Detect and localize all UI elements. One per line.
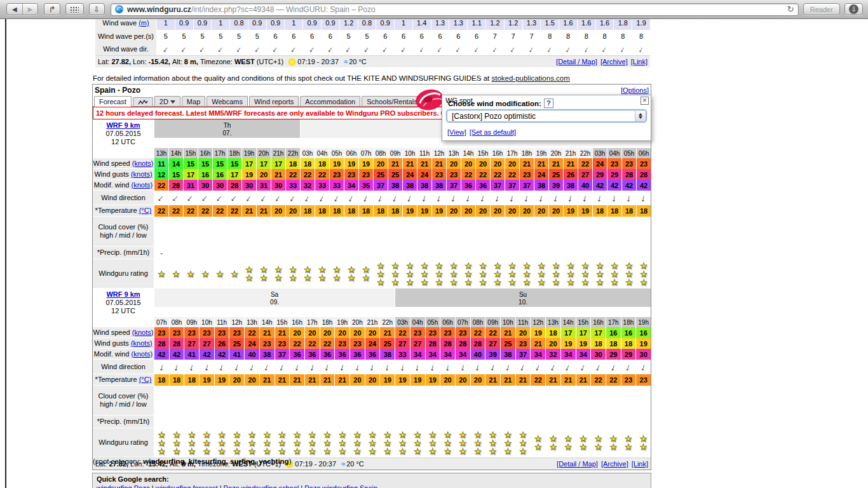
top-sites-button[interactable] <box>65 3 84 15</box>
google-search-link[interactable]: Pozo windsurfing school <box>224 484 299 488</box>
address-bar[interactable]: www.windguru.cz/int/index.php?sc=49348 —… <box>111 3 799 16</box>
wind-gusts-cell: 25 <box>229 338 244 349</box>
geo-link[interactable]: [Link] <box>631 58 648 65</box>
rating-cell: ★★★ <box>578 259 592 288</box>
set-default-link[interactable]: [Set as default] <box>470 128 516 136</box>
star-icon: ★ <box>294 439 301 447</box>
row-cells: - <box>154 247 651 259</box>
geo-footer-top: Lat: 27.82, Lon: -15.42, Alt: 8 m, Timez… <box>95 55 650 67</box>
unit-link[interactable]: (knots) <box>131 170 153 178</box>
hour-header-cell: 22h <box>578 148 592 158</box>
wave-height-cell: 1.2 <box>340 19 358 30</box>
wind-speed-cell: 20 <box>447 158 461 169</box>
stoked-publications-link[interactable]: stoked-publications.com <box>491 74 569 82</box>
modif-wind-cell: 34 <box>576 349 591 360</box>
wind-gusts-cell: 26 <box>215 338 229 349</box>
help-button[interactable]: ? <box>544 98 553 108</box>
share-button[interactable]: ↱ <box>44 3 60 15</box>
precip-cell <box>456 416 470 428</box>
wind-gusts-cell: 24 <box>245 338 259 349</box>
unit-link[interactable]: (°C) <box>139 207 152 214</box>
unit-link[interactable]: (knots) <box>132 181 153 189</box>
wind-gusts-cell: 22 <box>491 169 505 180</box>
geo-link[interactable]: [Detail / Map] <box>556 58 597 65</box>
wind-gusts-cell: 28 <box>154 338 169 349</box>
geo-link[interactable]: [Archive] <box>601 460 628 468</box>
row-label: Wind direction <box>93 191 154 205</box>
star-icon: ★ <box>609 443 617 451</box>
unit-link[interactable]: (knots) <box>132 350 153 358</box>
modif-wind-cell: 41 <box>229 349 244 360</box>
tab-forecast[interactable]: Forecast <box>94 96 132 107</box>
tab-schools-rentals[interactable]: Schools/Rentals <box>362 96 423 106</box>
back-button[interactable]: ◀ <box>7 4 22 15</box>
temperature-cell: 20 <box>461 205 475 217</box>
downloads-tray-button[interactable]: ⇩ <box>89 3 105 15</box>
temperature-cell: 21 <box>257 205 271 217</box>
wave-period-cell: 6 <box>395 30 412 43</box>
wave-period-row: Wind wave per.(s) 5555556666556666667778… <box>95 30 650 43</box>
temperature-cell: 18 <box>170 374 184 386</box>
wave-period-cell: 5 <box>248 30 266 43</box>
tab-2d[interactable]: 2D <box>154 96 180 106</box>
tab-accommodation[interactable]: Accommodation <box>300 96 360 106</box>
geo-link[interactable]: [Archive] <box>600 58 628 65</box>
star-icon: ★ <box>429 431 437 439</box>
view-link[interactable]: [View] <box>447 128 466 136</box>
precip-cell <box>215 416 229 428</box>
wind-gusts-cell: 23 <box>516 338 531 349</box>
wave-height-cell: 1 <box>157 19 175 30</box>
google-search-link[interactable]: windsurfing Pozo <box>97 484 150 488</box>
star-icon: ★ <box>188 439 196 447</box>
modif-wind-cell: 38 <box>388 180 402 191</box>
wave-height-label: Wind wave (m) <box>95 19 157 30</box>
hour-header-cell: 08h <box>374 148 388 158</box>
rating-cell: ★★★ <box>350 428 365 458</box>
wave-direction-cell: ↓ <box>285 43 302 55</box>
unit-link[interactable]: (°C) <box>139 376 152 383</box>
row-cells: 13h14h15h16h17h18h19h20h21h22h03h04h05h0… <box>154 148 651 158</box>
forward-button[interactable]: ▶ <box>22 4 38 15</box>
close-icon[interactable]: ✕ <box>641 97 649 105</box>
precip-cell <box>320 416 335 428</box>
wave-unit-link[interactable]: (m) <box>139 19 149 27</box>
model-link[interactable]: WRF 9 km <box>106 290 140 299</box>
hour-header-cell: 17h <box>305 317 320 327</box>
wind-gusts-cell: 27 <box>410 338 425 349</box>
tab-webcams[interactable]: Webcams <box>207 96 248 106</box>
unit-link[interactable]: (knots) <box>131 339 153 347</box>
precip-cell <box>271 247 285 259</box>
download-button[interactable]: ⇩ <box>844 3 863 15</box>
star-icon: ★ <box>596 278 604 287</box>
modif-wind-cell: 40 <box>471 349 485 360</box>
tab-map[interactable]: Map <box>182 96 205 106</box>
star-icon: ★ <box>414 431 421 439</box>
reader-button[interactable]: Reader <box>803 3 840 15</box>
tab-graph[interactable] <box>133 97 153 106</box>
quick-google-search-box: Quick Google search: windsurfing Pozo | … <box>92 473 651 488</box>
wind-modification-select[interactable]: [Castorx] Pozo optimistic <box>446 109 647 123</box>
precip-cell <box>380 416 395 428</box>
google-search-link[interactable]: windsurfing forecast <box>156 484 218 488</box>
reload-icon[interactable]: ↻ <box>787 4 794 14</box>
temperature-cell: 18 <box>637 205 651 217</box>
google-search-link[interactable]: Pozo windsurfing Spain <box>304 484 377 488</box>
geo-link[interactable]: [Detail / Map] <box>557 460 598 468</box>
star-icon: ★ <box>435 262 443 270</box>
wave-period-cell: 5 <box>157 30 175 43</box>
unit-link[interactable]: (knots) <box>132 159 154 167</box>
star-icon: ★ <box>218 431 226 439</box>
geo-link[interactable]: [Link] <box>632 460 648 468</box>
model-link[interactable]: WRF 9 km <box>106 121 140 130</box>
star-icon: ★ <box>391 262 399 270</box>
star-icon: ★ <box>611 278 618 287</box>
wind-direction-cell: ↓ <box>576 360 591 374</box>
wind-direction-cell: ↓ <box>637 191 651 205</box>
options-link[interactable]: [Options] <box>621 86 649 94</box>
temperature-cell: 20 <box>440 374 455 386</box>
wind-direction-cell: ↓ <box>154 191 168 205</box>
modif-wind-cell: 32 <box>301 180 315 191</box>
tab-wind-reports[interactable]: Wind reports <box>249 96 299 106</box>
temperature-cell: 21 <box>335 374 349 386</box>
unit-link[interactable]: (knots) <box>132 329 154 336</box>
